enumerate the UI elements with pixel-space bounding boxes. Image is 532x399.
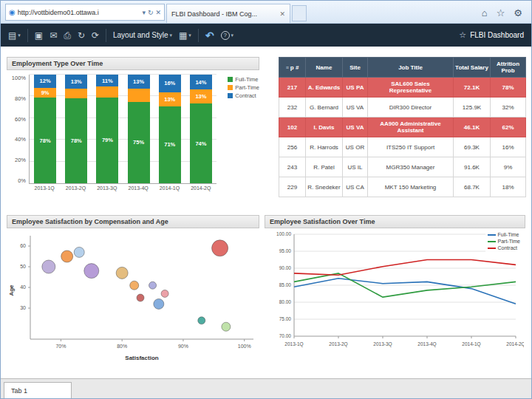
column-header[interactable]: Total Salary: [454, 58, 491, 78]
bar-segment-contract[interactable]: 13%: [128, 75, 150, 89]
bubble[interactable]: [84, 264, 99, 279]
table-row[interactable]: 102I. DavisUS VAAA900 Administrative Ass…: [279, 117, 526, 137]
bubble[interactable]: [42, 260, 55, 273]
panel-title-line[interactable]: Employee Satisfaction Over Time: [265, 215, 525, 228]
y-axis-label: 100%: [12, 75, 26, 81]
legend-item-part-time[interactable]: Part-Time: [228, 84, 259, 91]
legend-item-full-time[interactable]: Full-Time: [488, 232, 520, 237]
bubble[interactable]: [116, 267, 128, 279]
bubble[interactable]: [61, 250, 73, 262]
svg-text:100.00: 100.00: [276, 231, 291, 236]
bar-segment-full-time[interactable]: 74%: [190, 103, 212, 183]
stacked-bar[interactable]: 14%13%74%: [190, 75, 212, 183]
table-row[interactable]: 243R. PatelUS ILMGR350 Manager91.6K9%: [279, 157, 526, 177]
url-input[interactable]: http://vottbidemo01.ottawa.i: [18, 9, 140, 16]
column-header[interactable]: ≡p #: [279, 58, 306, 78]
bar-segment-part-time[interactable]: 9%: [34, 88, 56, 98]
cell-name: R. Snedeker: [306, 177, 343, 197]
bar-segment-part-time[interactable]: 13%: [190, 89, 212, 103]
print-icon[interactable]: ⎙: [64, 30, 71, 41]
table-row[interactable]: 256R. HarrodsUS ORITS250 IT Support69.3K…: [279, 137, 526, 157]
legend-item-contract[interactable]: Contract: [488, 245, 520, 250]
bubble[interactable]: [74, 247, 84, 257]
svg-text:Age: Age: [8, 284, 15, 296]
svg-text:2014-1Q: 2014-1Q: [462, 341, 480, 347]
bar-2013-4Q: 13%75%: [123, 75, 154, 183]
cell-emp: 102: [279, 117, 306, 137]
column-header[interactable]: Job Title: [368, 58, 454, 78]
legend-item-contract[interactable]: Contract: [228, 92, 259, 99]
scatter-plot: 70%80%90%100%60504030SatisfactionAge: [7, 228, 259, 369]
stacked-bar[interactable]: 13%75%: [128, 75, 150, 183]
column-header[interactable]: Attrition Prob: [491, 58, 526, 78]
stacked-bar[interactable]: 12%9%78%: [34, 75, 56, 183]
favorites-icon[interactable]: ☆: [497, 7, 505, 18]
bubble[interactable]: [212, 240, 228, 256]
bubble[interactable]: [137, 294, 144, 301]
bar-segment-full-time[interactable]: 78%: [34, 98, 56, 183]
undo-icon[interactable]: ↶: [205, 30, 214, 41]
cell-site: US OR: [343, 137, 368, 157]
y-axis-label: 20%: [15, 157, 26, 163]
bar-segment-contract[interactable]: 13%: [65, 75, 87, 89]
bubble[interactable]: [149, 282, 157, 289]
bar-segment-part-time[interactable]: [65, 89, 87, 98]
bar-segment-part-time[interactable]: [96, 86, 118, 98]
table-row[interactable]: 229R. SnedekerUS CAMKT 150 Marketing68.7…: [279, 177, 526, 197]
bubble[interactable]: [154, 299, 164, 309]
cell-salary: 69.3K: [454, 137, 491, 157]
cell-site: US VA: [343, 98, 368, 117]
stacked-bar[interactable]: 16%13%71%: [159, 75, 181, 183]
bubble[interactable]: [161, 290, 168, 297]
chart-legend: Full-TimePart-TimeContract: [228, 76, 259, 100]
panel-title-employment[interactable]: Employment Type Over Time: [7, 57, 259, 70]
refresh-icon[interactable]: ↻: [78, 30, 85, 41]
bar-segment-full-time[interactable]: 78%: [65, 98, 87, 183]
layout-and-style-button[interactable]: Layout and Style▾: [113, 31, 172, 39]
table-row[interactable]: 217A. EdwardsUS PASAL600 Sales Represent…: [279, 78, 526, 98]
stacked-bar[interactable]: 11%79%: [96, 75, 118, 183]
bubble[interactable]: [222, 322, 231, 331]
svg-text:2013-1Q: 2013-1Q: [284, 341, 303, 347]
legend-item-part-time[interactable]: Part-Time: [488, 239, 520, 244]
column-header[interactable]: Site: [343, 58, 368, 78]
settings-icon[interactable]: ⚙: [514, 7, 522, 18]
reset-icon[interactable]: ⟳: [92, 30, 99, 41]
new-tab-button[interactable]: [292, 5, 307, 21]
cell-name: I. Davis: [306, 117, 343, 137]
scatter-chart: 70%80%90%100%60504030SatisfactionAge: [7, 228, 259, 372]
bar-segment-full-time[interactable]: 79%: [96, 98, 118, 183]
home-icon[interactable]: ⌂: [482, 7, 488, 18]
favorite-star-icon[interactable]: ☆: [459, 30, 466, 40]
menu-icon[interactable]: ▤▾: [8, 30, 21, 41]
bar-segment-part-time[interactable]: [128, 89, 150, 102]
column-header[interactable]: Name: [306, 58, 343, 78]
save-icon[interactable]: ▣: [35, 30, 43, 41]
table-row[interactable]: 232G. BernardUS VADIR300 Director125.9K3…: [279, 98, 526, 117]
panel-title-scatter[interactable]: Employee Satisfaction by Compensation an…: [7, 215, 259, 228]
url-dropdown-icon[interactable]: ▾: [142, 9, 146, 16]
bar-segment-full-time[interactable]: 75%: [128, 102, 150, 183]
line-full-time[interactable]: [294, 279, 516, 304]
stacked-bar[interactable]: 13%78%: [65, 75, 87, 183]
bar-segment-contract[interactable]: 14%: [190, 75, 212, 89]
bar-segment-full-time[interactable]: 71%: [159, 106, 181, 183]
line-contract[interactable]: [294, 260, 516, 276]
tab-1[interactable]: Tab 1: [4, 382, 72, 398]
stop-icon[interactable]: ✕: [155, 9, 161, 16]
browser-tab[interactable]: FLBI Dashboard - IBM Cog... ✕: [166, 4, 290, 23]
bubble[interactable]: [198, 317, 205, 324]
svg-text:2013-3Q: 2013-3Q: [373, 341, 392, 347]
address-bar[interactable]: ◉ http://vottbidemo01.ottawa.i ▾ ↻ ✕: [5, 4, 165, 21]
refresh-page-icon[interactable]: ↻: [148, 9, 154, 16]
email-icon[interactable]: ✉: [50, 30, 57, 41]
legend-item-full-time[interactable]: Full-Time: [228, 76, 259, 83]
help-icon[interactable]: ?▾: [221, 31, 234, 40]
chart-type-icon[interactable]: ▦▾: [179, 30, 191, 41]
tab-close-icon[interactable]: ✕: [279, 10, 285, 18]
bubble[interactable]: [130, 281, 139, 290]
bar-segment-contract[interactable]: 16%: [159, 75, 181, 92]
bar-segment-contract[interactable]: 11%: [96, 75, 118, 86]
bar-segment-contract[interactable]: 12%: [34, 75, 56, 88]
bar-segment-part-time[interactable]: 13%: [159, 92, 181, 106]
